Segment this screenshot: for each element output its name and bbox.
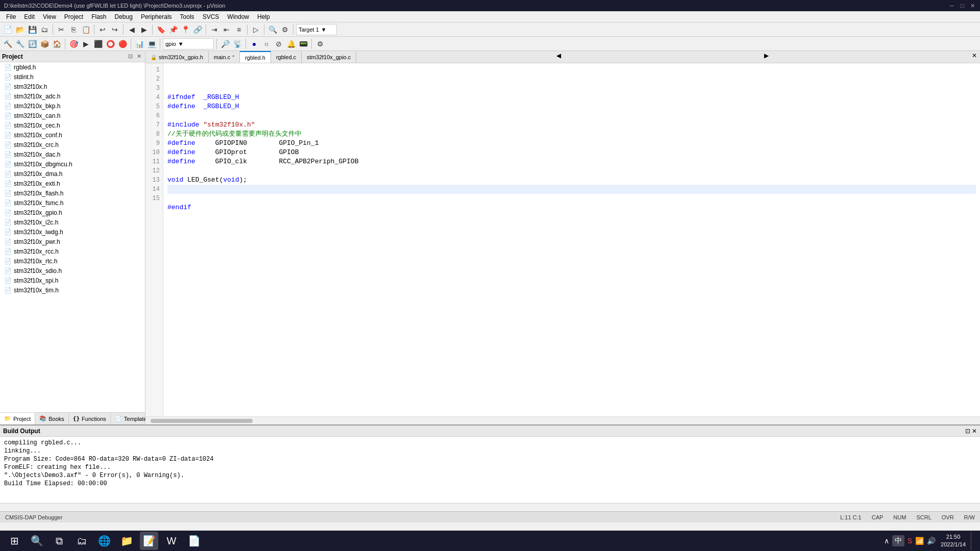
h-scroll-track[interactable] (145, 417, 980, 424)
tree-item[interactable]: 📄stm32f10x_rtc.h (0, 256, 145, 266)
h-scroll-thumb[interactable] (151, 419, 253, 423)
show-desktop-button[interactable] (971, 532, 975, 550)
menu-help[interactable]: Help (253, 12, 274, 21)
gpio-dropdown[interactable]: gpio ▼ (163, 38, 214, 49)
close-button[interactable]: ✕ (969, 2, 976, 9)
bookmark4-button[interactable]: 🔗 (192, 24, 203, 35)
editor-tab-stm32gpio-h[interactable]: 🔒 stm32f10x_gpio.h (145, 51, 209, 63)
editor-tab-rgbled-h[interactable]: rgbled.h (240, 51, 271, 63)
tree-item[interactable]: 📄stm32f10x_crc.h (0, 140, 145, 149)
tb2-btn19[interactable]: 📟 (298, 38, 309, 49)
tab-scroll-left[interactable]: ◀ (553, 51, 564, 63)
tree-item[interactable]: 📄stm32f10x_dac.h (0, 149, 145, 159)
tree-item[interactable]: 📄stm32f10x_dma.h (0, 169, 145, 179)
tree-item[interactable]: 📄stm32f10x_i2c.h (0, 217, 145, 227)
bookmark2-button[interactable]: 📌 (167, 24, 179, 35)
tb2-btn9[interactable]: ⭕ (105, 38, 116, 49)
menu-window[interactable]: Window (223, 12, 253, 21)
files-button[interactable]: 📄 (185, 532, 203, 550)
tree-item[interactable]: 📄stm32f10x_tim.h (0, 285, 145, 295)
tree-item[interactable]: 📄stm32f10x_sdio.h (0, 266, 145, 276)
antivirus-icon[interactable]: S (908, 537, 912, 545)
tab-project[interactable]: 📁 Project (0, 413, 35, 424)
tree-item[interactable]: 📄stm32f10x_gpio.h (0, 208, 145, 217)
tb2-btn17[interactable]: ⊘ (273, 38, 284, 49)
cut-button[interactable]: ✂ (56, 24, 67, 35)
tb2-btn3[interactable]: 🔃 (27, 38, 38, 49)
explorer-button[interactable]: 🗂 (72, 532, 91, 550)
editor-tab-rgbled-c[interactable]: rgbled.c (271, 51, 302, 63)
build-panel-float-button[interactable]: ⊡ (965, 428, 970, 435)
tree-item[interactable]: 📄rgbled.h (0, 62, 145, 72)
menu-view[interactable]: View (39, 12, 60, 21)
build-panel-close-button[interactable]: ✕ (972, 428, 977, 435)
menu-project[interactable]: Project (60, 12, 87, 21)
tab-close-button[interactable]: ✕ (969, 51, 980, 63)
menu-file[interactable]: File (2, 12, 20, 21)
undo-button[interactable]: ↩ (97, 24, 108, 35)
tree-item[interactable]: 📄stm32f10x_flash.h (0, 188, 145, 198)
tree-item[interactable]: 📄stm32f10x.h (0, 82, 145, 91)
save-all-button[interactable]: 🗂 (39, 24, 50, 35)
panel-float-button[interactable]: ⊡ (127, 53, 134, 60)
panel-close-button[interactable]: ✕ (135, 53, 143, 60)
tree-item[interactable]: 📄stm32f10x_pwr.h (0, 237, 145, 246)
tree-item[interactable]: 📄stm32f10x_can.h (0, 111, 145, 120)
search-taskbar-button[interactable]: 🔍 (28, 532, 46, 550)
tb2-btn14[interactable]: 📡 (232, 38, 243, 49)
wifi-icon[interactable]: 📶 (915, 537, 924, 545)
paste-button[interactable]: 📋 (80, 24, 91, 35)
menu-debug[interactable]: Debug (111, 12, 137, 21)
tb2-btn15[interactable]: ● (249, 38, 260, 49)
tb2-btn11[interactable]: 📊 (134, 38, 145, 49)
lang-indicator[interactable]: 中 (892, 535, 904, 546)
volume-icon[interactable]: 🔊 (927, 537, 936, 545)
tb2-btn8[interactable]: ⬛ (92, 38, 104, 49)
datetime-display[interactable]: 21:50 2022/1/14 (941, 533, 966, 549)
menu-svcs[interactable]: SVCS (199, 12, 224, 21)
word-button[interactable]: W (162, 532, 181, 550)
tb2-btn16[interactable]: ○ (261, 38, 272, 49)
format-button[interactable]: ≡ (233, 24, 244, 35)
build-output-scrollbar[interactable] (0, 503, 980, 511)
open-button[interactable]: 📂 (14, 24, 26, 35)
tab-scroll-right[interactable]: ▶ (761, 51, 772, 63)
folder-button[interactable]: 📁 (117, 532, 136, 550)
taskview-button[interactable]: ⧉ (50, 532, 68, 550)
tab-functions[interactable]: {} Functions (69, 413, 111, 424)
menu-flash[interactable]: Flash (87, 12, 110, 21)
nav-back-button[interactable]: ◀ (126, 24, 137, 35)
save-button[interactable]: 💾 (27, 24, 38, 35)
tree-item[interactable]: 📄stdint.h (0, 72, 145, 82)
tab-books[interactable]: 📚 Books (35, 413, 69, 424)
tree-item[interactable]: 📄stm32f10x_rcc.h (0, 246, 145, 256)
tree-item[interactable]: 📄stm32f10x_iwdg.h (0, 227, 145, 237)
tb2-btn5[interactable]: 🏠 (51, 38, 62, 49)
find-button[interactable]: 🔍 (267, 24, 278, 35)
tree-item[interactable]: 📄stm32f10x_cec.h (0, 120, 145, 130)
unindent-button[interactable]: ⇤ (221, 24, 232, 35)
nav-forward-button[interactable]: ▶ (138, 24, 150, 35)
bookmark3-button[interactable]: 📍 (180, 24, 191, 35)
bookmark1-button[interactable]: 🔖 (155, 24, 166, 35)
tb2-btn2[interactable]: 🔧 (14, 38, 26, 49)
menu-edit[interactable]: Edit (20, 12, 39, 21)
menu-tools[interactable]: Tools (176, 12, 199, 21)
tree-item[interactable]: 📄stm32f10x_adc.h (0, 91, 145, 101)
redo-button[interactable]: ↪ (109, 24, 120, 35)
editor-tab-stm32gpio-c[interactable]: stm32f10x_gpio.c (302, 51, 356, 63)
target-dropdown[interactable]: Target 1 ▼ (296, 24, 337, 35)
start-button[interactable]: ⊞ (5, 532, 23, 550)
tb2-btn7[interactable]: ▶ (80, 38, 91, 49)
minimize-button[interactable]: ─ (948, 2, 955, 9)
settings-button[interactable]: ⚙ (279, 24, 290, 35)
tb2-btn20[interactable]: ⚙ (314, 38, 326, 49)
tree-item[interactable]: 📄stm32f10x_dbgmcu.h (0, 159, 145, 169)
tree-item[interactable]: 📄stm32f10x_spi.h (0, 276, 145, 285)
new-file-button[interactable]: 📄 (2, 24, 13, 35)
code-content[interactable]: #ifndef _RGBLED_H#define _RGBLED_H #incl… (163, 63, 980, 416)
editor-app-button[interactable]: 📝 (140, 532, 158, 550)
chrome-button[interactable]: 🌐 (95, 532, 113, 550)
editor-tab-main-c[interactable]: main.c * (209, 51, 240, 63)
horizontal-scrollbar[interactable] (145, 416, 980, 424)
